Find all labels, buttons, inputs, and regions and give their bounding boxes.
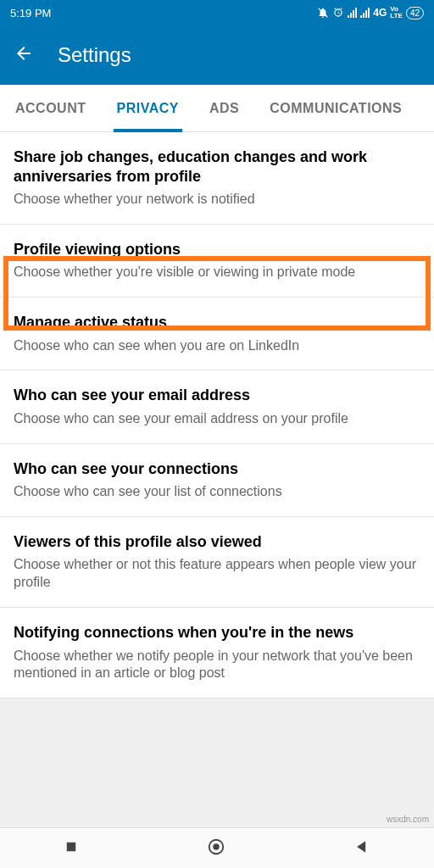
back-button[interactable] — [14, 43, 34, 67]
svg-rect-1 — [67, 842, 76, 851]
setting-active-status[interactable]: Manage active status Choose who can see … — [0, 298, 434, 370]
tab-privacy[interactable]: PRIVACY — [102, 85, 194, 131]
app-bar: Settings — [0, 25, 434, 85]
setting-description: Choose who can see your email address on… — [14, 410, 420, 428]
setting-description: Choose whether we notify people in your … — [14, 648, 420, 683]
setting-title: Share job changes, education changes and… — [14, 147, 420, 186]
nav-home-button[interactable] — [207, 837, 225, 860]
tab-account[interactable]: ACCOUNT — [0, 85, 102, 131]
setting-description: Choose whether you're visible or viewing… — [14, 264, 420, 281]
status-time: 5:19 PM — [10, 7, 51, 19]
settings-list: Share job changes, education changes and… — [0, 132, 434, 698]
setting-email-visibility[interactable]: Who can see your email address Choose wh… — [0, 370, 434, 443]
signal-icon-2 — [360, 8, 370, 18]
tab-ads[interactable]: ADS — [194, 85, 254, 131]
tab-communications[interactable]: COMMUNICATIONS — [254, 85, 417, 131]
setting-title: Notifying connections when you're in the… — [14, 623, 420, 643]
setting-description: Choose whether your network is notified — [14, 191, 420, 209]
svg-point-3 — [213, 843, 219, 849]
nav-recent-button[interactable] — [64, 839, 79, 858]
signal-icon — [348, 8, 357, 18]
status-bar: 5:19 PM 4G VoLTE 42 — [0, 0, 434, 25]
setting-news-notify[interactable]: Notifying connections when you're in the… — [0, 608, 434, 698]
setting-description: Choose who can see your list of connecti… — [14, 483, 420, 501]
volte-label: VoLTE — [390, 6, 403, 19]
page-title: Settings — [58, 43, 131, 67]
setting-viewers-also-viewed[interactable]: Viewers of this profile also viewed Choo… — [0, 517, 434, 608]
setting-title: Who can see your connections — [14, 459, 420, 479]
setting-title: Profile viewing options — [14, 240, 420, 259]
bell-off-icon — [317, 7, 329, 19]
status-icons: 4G VoLTE 42 — [317, 6, 424, 19]
alarm-icon — [332, 7, 344, 19]
setting-description: Choose who can see when you are on Linke… — [14, 337, 420, 355]
system-nav-bar — [0, 827, 434, 868]
setting-title: Who can see your email address — [14, 386, 420, 405]
setting-description: Choose whether or not this feature appea… — [14, 556, 420, 592]
nav-back-button[interactable] — [353, 838, 370, 859]
battery-icon: 42 — [406, 7, 424, 19]
setting-title: Manage active status — [14, 313, 420, 332]
setting-connections-visibility[interactable]: Who can see your connections Choose who … — [0, 444, 434, 517]
setting-share-changes[interactable]: Share job changes, education changes and… — [0, 132, 434, 225]
network-label: 4G — [373, 7, 387, 19]
watermark: wsxdn.com — [387, 815, 429, 824]
tabs: ACCOUNT PRIVACY ADS COMMUNICATIONS — [0, 85, 434, 132]
setting-profile-viewing[interactable]: Profile viewing options Choose whether y… — [0, 225, 434, 298]
setting-title: Viewers of this profile also viewed — [14, 532, 420, 552]
